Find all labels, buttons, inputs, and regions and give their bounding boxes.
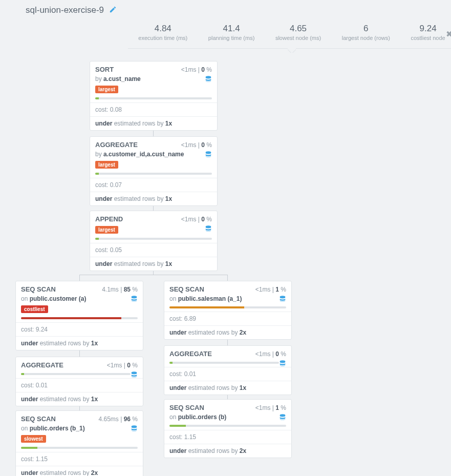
estimate-row: under estimated rows by 1x xyxy=(164,381,291,395)
metric-label: slowest node (ms) xyxy=(275,35,321,41)
op-detail: by a.customer_id,a.cust_name xyxy=(95,151,212,158)
plan-node-seqscan[interactable]: SEQ SCAN <1ms | 1 % on public.orders (b)… xyxy=(164,399,292,458)
op-timing: <1ms | 1 % xyxy=(255,286,286,293)
plan-node-sort[interactable]: SORT <1ms | 0 % by a.cust_name largest c… xyxy=(90,61,218,131)
connector xyxy=(227,339,228,345)
metric-label: execution time (ms) xyxy=(138,35,187,41)
op-detail: on public.customer (a) xyxy=(21,295,138,302)
cost-bar xyxy=(21,373,131,375)
plan-canvas: SORT <1ms | 0 % by a.cust_name largest c… xyxy=(0,56,451,476)
estimate-row: under estimated rows by 1x xyxy=(90,192,217,205)
cost-row: cost: 0.01 xyxy=(16,378,143,392)
op-detail: on public.orders (b_1) xyxy=(21,425,138,432)
cost-row: cost: 0.01 xyxy=(164,367,291,381)
op-name: APPEND xyxy=(95,215,181,223)
cost-bar xyxy=(169,425,286,427)
tag-largest: largest xyxy=(95,226,118,234)
cost-bar xyxy=(95,238,212,240)
metric-value: 41.4 xyxy=(208,24,254,34)
op-timing: <1ms | 0 % xyxy=(181,216,212,223)
op-timing: <1ms | 0 % xyxy=(181,66,212,73)
metric-label: planning time (ms) xyxy=(208,35,254,41)
op-name: AGGREGATE xyxy=(21,361,107,369)
cost-row: cost: 0.05 xyxy=(90,243,217,257)
plan-node-seqscan[interactable]: SEQ SCAN <1ms | 1 % on public.salesman (… xyxy=(164,281,292,340)
metric-value: 4.84 xyxy=(138,24,187,34)
op-name: SEQ SCAN xyxy=(21,285,102,293)
database-icon xyxy=(205,75,212,82)
op-name: SEQ SCAN xyxy=(169,285,255,293)
metric-value: 9.24 xyxy=(411,24,445,34)
cost-row: cost: 1.15 xyxy=(16,452,143,466)
plan-node-seqscan[interactable]: SEQ SCAN 4.65ms | 96 % on public.orders … xyxy=(15,410,143,476)
cost-bar xyxy=(21,447,138,449)
estimate-row: under estimated rows by 1x xyxy=(16,336,143,350)
plan-node-aggregate[interactable]: AGGREGATE <1ms | 0 % cost: 0.01 under es… xyxy=(164,345,292,395)
database-icon xyxy=(131,371,138,378)
cost-row: cost: 0.07 xyxy=(90,178,217,192)
database-icon xyxy=(279,360,286,367)
plan-node-seqscan[interactable]: SEQ SCAN 4.1ms | 85 % on public.customer… xyxy=(15,281,143,350)
plan-node-aggregate[interactable]: AGGREGATE <1ms | 0 % cost: 0.01 under es… xyxy=(15,357,143,406)
cost-bar xyxy=(95,173,212,175)
tag-largest: largest xyxy=(95,161,118,169)
caret-down-icon xyxy=(288,48,296,53)
metrics-bar: 4.84 execution time (ms) 41.4 planning t… xyxy=(128,19,451,49)
cost-bar xyxy=(21,317,138,319)
edit-icon[interactable] xyxy=(109,6,117,15)
cost-bar xyxy=(169,362,279,364)
op-detail: on public.orders (b) xyxy=(169,413,286,421)
tag-largest: largest xyxy=(95,86,118,93)
database-icon xyxy=(131,425,138,432)
estimate-row: under estimated rows by 2x xyxy=(164,444,291,458)
connector xyxy=(79,275,80,281)
op-detail: by a.cust_name xyxy=(95,75,212,82)
op-timing: <1ms | 0 % xyxy=(107,362,138,369)
metric-label: costliest node xyxy=(411,35,445,41)
metric-label: largest node (rows) xyxy=(342,35,390,41)
estimate-row: under estimated rows by 2x xyxy=(16,466,143,476)
metric-costliest-node: 9.24 costliest node xyxy=(411,24,445,41)
op-timing: <1ms | 0 % xyxy=(181,141,212,149)
database-icon xyxy=(279,413,286,421)
estimate-row: under estimated rows by 1x xyxy=(16,392,143,406)
op-timing: <1ms | 0 % xyxy=(255,350,286,358)
close-icon[interactable]: ✖ xyxy=(446,29,451,39)
cost-row: cost: 0.08 xyxy=(90,102,217,116)
estimate-row: under estimated rows by 2x xyxy=(164,325,291,339)
metric-planning-time: 41.4 planning time (ms) xyxy=(208,24,254,41)
op-name: SORT xyxy=(95,66,181,73)
op-timing: <1ms | 1 % xyxy=(255,404,286,411)
metric-largest-node: 6 largest node (rows) xyxy=(342,24,390,41)
connector xyxy=(79,275,228,275)
database-icon xyxy=(279,295,286,302)
tag-slowest: slowest xyxy=(21,435,46,443)
op-timing: 4.1ms | 85 % xyxy=(102,286,138,293)
metric-slowest-node: 4.65 slowest node (ms) xyxy=(275,24,321,41)
page-title: sql-union-exercise-9 xyxy=(26,5,104,15)
cost-bar xyxy=(169,306,286,308)
metric-execution-time: 4.84 execution time (ms) xyxy=(138,24,187,41)
op-name: AGGREGATE xyxy=(95,141,181,149)
metric-value: 4.65 xyxy=(275,24,321,34)
cost-row: cost: 9.24 xyxy=(16,322,143,336)
op-name: AGGREGATE xyxy=(169,350,255,358)
op-timing: 4.65ms | 96 % xyxy=(98,416,138,423)
database-icon xyxy=(205,225,212,232)
title-row: sql-union-exercise-9 xyxy=(26,5,451,15)
connector xyxy=(79,350,80,357)
plan-node-append[interactable]: APPEND <1ms | 0 % largest cost: 0.05 und… xyxy=(90,211,218,271)
plan-node-aggregate[interactable]: AGGREGATE <1ms | 0 % by a.customer_id,a.… xyxy=(90,136,218,206)
database-icon xyxy=(205,151,212,158)
estimate-row: under estimated rows by 1x xyxy=(90,116,217,130)
connector xyxy=(153,130,154,136)
header: sql-union-exercise-9 4.84 execution time… xyxy=(0,0,451,51)
cost-row: cost: 6.89 xyxy=(164,312,291,325)
database-icon xyxy=(131,295,138,302)
tag-costliest: costliest xyxy=(21,305,48,313)
op-name: SEQ SCAN xyxy=(21,415,98,423)
cost-row: cost: 1.15 xyxy=(164,430,291,444)
op-detail: on public.salesman (a_1) xyxy=(169,295,286,302)
estimate-row: under estimated rows by 1x xyxy=(90,257,217,271)
metric-value: 6 xyxy=(342,24,390,34)
